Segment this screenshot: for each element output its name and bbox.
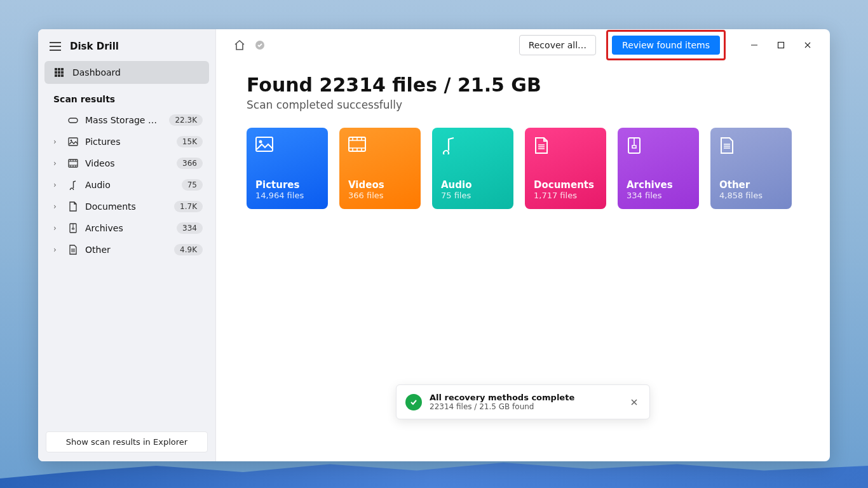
- pictures-icon: [67, 137, 79, 146]
- audio-icon: [67, 180, 79, 190]
- sidebar-device[interactable]: Mass Storage Device U… 22.3K: [44, 109, 209, 131]
- card-videos-title: Videos: [348, 179, 412, 191]
- sidebar-other-label: Other: [85, 245, 168, 255]
- home-icon[interactable]: [233, 38, 247, 52]
- card-other[interactable]: Other 4,858 files: [710, 128, 792, 209]
- card-documents-sub: 1,717 files: [534, 191, 597, 200]
- main-area: Recover all… Review found items Found 22…: [216, 29, 830, 461]
- svg-rect-7: [256, 137, 273, 151]
- sidebar-audio-label: Audio: [85, 180, 175, 190]
- sidebar-pictures-count: 15K: [177, 136, 203, 147]
- card-archives-title: Archives: [627, 179, 690, 191]
- card-pictures[interactable]: Pictures 14,964 files: [247, 128, 328, 209]
- card-other-sub: 4,858 files: [719, 191, 783, 200]
- completion-toast: All recovery methods complete 22314 file…: [396, 384, 650, 419]
- sidebar: Disk Drill Dashboard Scan results Mass S…: [38, 29, 216, 461]
- chevron-right-icon: ›: [53, 159, 61, 168]
- results-heading: Found 22314 files / 21.5 GB: [247, 74, 799, 96]
- review-highlight-box: Review found items: [606, 30, 726, 60]
- sidebar-other-count: 4.9K: [174, 244, 203, 255]
- card-audio[interactable]: Audio 75 files: [432, 128, 513, 209]
- card-documents[interactable]: Documents 1,717 files: [525, 128, 606, 209]
- svg-rect-0: [69, 118, 78, 123]
- nav-dashboard[interactable]: Dashboard: [44, 61, 209, 84]
- card-archives[interactable]: Archives 334 files: [618, 128, 699, 209]
- svg-rect-6: [778, 43, 784, 48]
- chevron-right-icon: ›: [53, 202, 61, 211]
- sidebar-audio-count: 75: [182, 179, 203, 191]
- content: Found 22314 files / 21.5 GB Scan complet…: [216, 61, 830, 222]
- videos-icon: [348, 137, 412, 156]
- category-cards: Pictures 14,964 files Videos 366 files A…: [247, 128, 799, 209]
- pictures-icon: [255, 137, 319, 156]
- sidebar-item-audio[interactable]: › Audio 75: [44, 174, 209, 196]
- card-audio-title: Audio: [441, 179, 505, 191]
- other-icon: [719, 137, 783, 156]
- review-found-items-button[interactable]: Review found items: [612, 36, 720, 55]
- card-audio-sub: 75 files: [441, 191, 505, 200]
- audio-icon: [441, 137, 505, 156]
- sidebar-documents-label: Documents: [85, 201, 168, 212]
- recover-all-button[interactable]: Recover all…: [519, 35, 596, 55]
- dashboard-icon: [55, 68, 64, 77]
- sidebar-device-label: Mass Storage Device U…: [85, 115, 163, 125]
- sidebar-videos-label: Videos: [85, 158, 170, 168]
- sidebar-videos-count: 366: [177, 158, 203, 169]
- card-pictures-sub: 14,964 files: [255, 191, 319, 200]
- check-status-icon[interactable]: [253, 38, 267, 52]
- show-in-explorer-button[interactable]: Show scan results in Explorer: [46, 431, 208, 452]
- archives-icon: [67, 223, 79, 233]
- card-documents-title: Documents: [534, 179, 597, 191]
- toast-sub: 22314 files / 21.5 GB found: [430, 402, 620, 411]
- close-button[interactable]: [794, 35, 821, 55]
- videos-icon: [67, 159, 79, 168]
- sidebar-item-videos[interactable]: › Videos 366: [44, 152, 209, 174]
- chevron-right-icon: ›: [53, 245, 61, 254]
- sidebar-documents-count: 1.7K: [174, 201, 203, 212]
- svg-point-2: [71, 140, 72, 142]
- sidebar-item-archives[interactable]: › Archives 334: [44, 217, 209, 239]
- app-window: Disk Drill Dashboard Scan results Mass S…: [38, 29, 830, 461]
- results-subheading: Scan completed successfully: [247, 98, 799, 111]
- window-controls: [741, 35, 821, 55]
- sidebar-archives-count: 334: [177, 222, 203, 234]
- chevron-right-icon: ›: [53, 137, 61, 146]
- sidebar-archives-label: Archives: [85, 223, 170, 233]
- check-icon: [405, 394, 422, 410]
- card-other-title: Other: [719, 179, 783, 191]
- card-archives-sub: 334 files: [627, 191, 690, 200]
- toast-text: All recovery methods complete 22314 file…: [430, 393, 620, 411]
- card-pictures-title: Pictures: [255, 179, 319, 191]
- sidebar-item-documents[interactable]: › Documents 1.7K: [44, 196, 209, 217]
- minimize-button[interactable]: [741, 35, 768, 55]
- other-icon: [67, 245, 79, 255]
- nav-dashboard-label: Dashboard: [72, 67, 121, 78]
- card-videos-sub: 366 files: [348, 191, 412, 200]
- card-videos[interactable]: Videos 366 files: [339, 128, 421, 209]
- documents-icon: [534, 137, 597, 156]
- documents-icon: [67, 201, 79, 212]
- archives-icon: [627, 137, 690, 156]
- sidebar-section-title: Scan results: [44, 84, 209, 109]
- titlebar: Recover all… Review found items: [216, 29, 830, 61]
- app-title: Disk Drill: [70, 41, 119, 52]
- sidebar-device-count: 22.3K: [169, 114, 203, 126]
- chevron-right-icon: ›: [53, 224, 61, 233]
- sidebar-pictures-label: Pictures: [85, 137, 170, 147]
- toast-close-button[interactable]: [628, 396, 641, 409]
- toast-title: All recovery methods complete: [430, 393, 620, 402]
- maximize-button[interactable]: [768, 35, 794, 55]
- sidebar-item-other[interactable]: › Other 4.9K: [44, 239, 209, 261]
- chevron-right-icon: ›: [53, 180, 61, 189]
- sidebar-item-pictures[interactable]: › Pictures 15K: [44, 131, 209, 152]
- sidebar-header: Disk Drill: [44, 37, 209, 61]
- drive-icon: [67, 116, 79, 124]
- sidebar-bottom: Show scan results in Explorer: [44, 431, 209, 454]
- hamburger-icon[interactable]: [50, 42, 61, 51]
- svg-point-8: [259, 140, 262, 144]
